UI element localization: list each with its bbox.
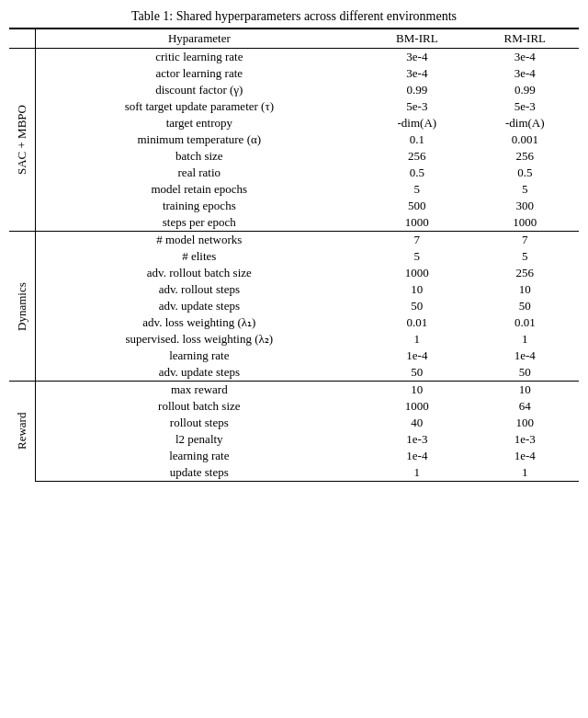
bm-irl-value: 5 [363,181,470,198]
rm-irl-value: 1 [471,331,579,348]
param-name: update steps [35,464,363,482]
rm-irl-value: 256 [471,265,579,281]
bm-irl-value: 7 [363,232,470,249]
table-row: discount factor (γ)0.990.99 [9,82,579,98]
table-row: target entropy-dim(A)-dim(A) [9,115,579,131]
bm-irl-value: 1e-4 [363,348,470,364]
rm-irl-value: 5 [471,181,579,198]
table-row: soft target update parameter (τ)5e-35e-3 [9,98,579,115]
rm-irl-value: 300 [471,198,579,214]
table-row: training epochs500300 [9,198,579,214]
bm-irl-value: 5 [363,248,470,265]
table-row: supervised. loss weighting (λ₂)11 [9,331,579,348]
rm-irl-value: 50 [471,364,579,382]
param-name: batch size [35,148,363,165]
header-section [9,28,35,49]
rm-irl-value: 1 [471,464,579,482]
param-name: minimum temperature (α) [35,131,363,148]
rm-irl-value: 3e-4 [471,65,579,82]
rm-irl-value: 1000 [471,214,579,232]
bm-irl-value: 3e-4 [363,49,470,66]
bm-irl-value: 1000 [363,214,470,232]
rm-irl-value: -dim(A) [471,115,579,131]
bm-irl-value: 0.1 [363,131,470,148]
param-name: model retain epochs [35,181,363,198]
bm-irl-value: 50 [363,364,470,382]
header-hyperparameter: Hyparameter [35,28,363,49]
section-label-2: Reward [9,382,35,482]
rm-irl-value: 64 [471,398,579,415]
bm-irl-value: 1000 [363,265,470,281]
param-name: training epochs [35,198,363,214]
table-row: minimum temperature (α)0.10.001 [9,131,579,148]
bm-irl-value: 500 [363,198,470,214]
param-name: learning rate [35,348,363,364]
rm-irl-value: 100 [471,415,579,431]
param-name: real ratio [35,165,363,181]
bm-irl-value: 1e-4 [363,448,470,464]
hyperparameter-table: Hyparameter BM-IRL RM-IRL SAC + MBPOcrit… [9,28,579,482]
param-name: rollout batch size [35,398,363,415]
table-row: actor learning rate3e-43e-4 [9,65,579,82]
bm-irl-value: 10 [363,382,470,399]
bm-irl-value: 40 [363,415,470,431]
table-header-row: Hyparameter BM-IRL RM-IRL [9,28,579,49]
table-row: learning rate1e-41e-4 [9,448,579,464]
bm-irl-value: 0.99 [363,82,470,98]
param-name: max reward [35,382,363,399]
table-row: rollout steps40100 [9,415,579,431]
bm-irl-value: 0.01 [363,314,470,331]
table-row: steps per epoch10001000 [9,214,579,232]
table-title: Table 1: Shared hyperparameters across d… [9,9,579,24]
bm-irl-value: 1e-3 [363,431,470,448]
param-name: adv. update steps [35,298,363,314]
table-row: adv. loss weighting (λ₁)0.010.01 [9,314,579,331]
table-row: model retain epochs55 [9,181,579,198]
param-name: steps per epoch [35,214,363,232]
table-row: l2 penalty1e-31e-3 [9,431,579,448]
bm-irl-value: 0.5 [363,165,470,181]
rm-irl-value: 10 [471,281,579,298]
table-row: real ratio0.50.5 [9,165,579,181]
param-name: adv. update steps [35,364,363,382]
param-name: supervised. loss weighting (λ₂) [35,331,363,348]
rm-irl-value: 0.5 [471,165,579,181]
section-label-1: Dynamics [9,232,35,382]
table-row: learning rate1e-41e-4 [9,348,579,364]
bm-irl-value: 1 [363,464,470,482]
bm-irl-value: -dim(A) [363,115,470,131]
bm-irl-value: 10 [363,281,470,298]
bm-irl-value: 1 [363,331,470,348]
param-name: adv. loss weighting (λ₁) [35,314,363,331]
rm-irl-value: 3e-4 [471,49,579,66]
param-name: soft target update parameter (τ) [35,98,363,115]
rm-irl-value: 5e-3 [471,98,579,115]
table-row: # elites55 [9,248,579,265]
table-row: rollout batch size100064 [9,398,579,415]
param-name: rollout steps [35,415,363,431]
table-row: Dynamics# model networks77 [9,232,579,249]
table-row: adv. rollout batch size1000256 [9,265,579,281]
rm-irl-value: 1e-3 [471,431,579,448]
header-rm-irl: RM-IRL [471,28,579,49]
param-name: l2 penalty [35,431,363,448]
param-name: # model networks [35,232,363,249]
rm-irl-value: 256 [471,148,579,165]
bm-irl-value: 1000 [363,398,470,415]
param-name: actor learning rate [35,65,363,82]
rm-irl-value: 0.99 [471,82,579,98]
table-body: SAC + MBPOcritic learning rate3e-43e-4ac… [9,49,579,482]
param-name: discount factor (γ) [35,82,363,98]
bm-irl-value: 50 [363,298,470,314]
rm-irl-value: 0.01 [471,314,579,331]
section-label-0: SAC + MBPO [9,49,35,232]
rm-irl-value: 10 [471,382,579,399]
param-name: critic learning rate [35,49,363,66]
rm-irl-value: 1e-4 [471,348,579,364]
table-row: update steps11 [9,464,579,482]
table-row: adv. rollout steps1010 [9,281,579,298]
rm-irl-value: 50 [471,298,579,314]
rm-irl-value: 1e-4 [471,448,579,464]
param-name: adv. rollout steps [35,281,363,298]
param-name: target entropy [35,115,363,131]
